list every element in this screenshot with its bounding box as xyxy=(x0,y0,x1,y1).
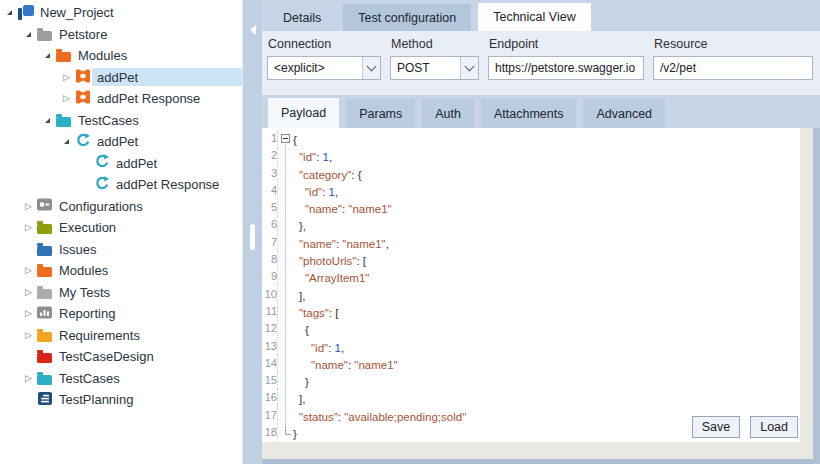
endpoint-input[interactable]: https://petstore.swagger.io xyxy=(488,56,644,80)
folder-tab xyxy=(56,114,62,117)
tree-item-new_project[interactable]: New_Project xyxy=(0,2,242,24)
panel-splitter[interactable] xyxy=(243,0,262,464)
payload-editor[interactable]: 1{2"id": 1,3"category": {4"id": 1,5"name… xyxy=(262,128,820,442)
tree-item-modules[interactable]: ▷Modules xyxy=(0,260,242,282)
module-icon xyxy=(75,69,91,86)
tree-item-addpet-response[interactable]: addPet Response xyxy=(0,174,242,196)
tree-item-testplanning[interactable]: TestPlanning xyxy=(0,389,242,411)
tree-item-execution[interactable]: ▷Execution xyxy=(0,217,242,239)
tab-attachments[interactable]: Attachments xyxy=(481,99,576,128)
collapse-arrow-icon[interactable] xyxy=(41,118,54,123)
tree-item-addpet[interactable]: addPet xyxy=(0,131,242,153)
splitter-handle[interactable] xyxy=(250,224,255,250)
tab-details[interactable]: Details xyxy=(268,4,336,31)
code-area[interactable]: 1{2"id": 1,3"category": {4"id": 1,5"name… xyxy=(262,128,820,441)
folder-icon xyxy=(56,117,71,127)
code-text: "id": 1, xyxy=(279,151,332,163)
detail-panel: DetailsTest configurationTechnical View … xyxy=(262,0,820,464)
method-select[interactable]: POST xyxy=(390,56,479,80)
collapse-arrow-icon[interactable] xyxy=(60,139,73,144)
code-line[interactable]: 2"id": 1, xyxy=(262,147,820,164)
code-line[interactable]: 11"tags": [ xyxy=(262,303,820,320)
code-line[interactable]: 3"category": { xyxy=(262,165,820,182)
code-line[interactable]: 15} xyxy=(262,372,820,389)
code-line[interactable]: 9"ArrayItem1" xyxy=(262,268,820,285)
tree-item-my-tests[interactable]: ▷My Tests xyxy=(0,282,242,304)
collapse-panel-icon[interactable] xyxy=(250,25,256,35)
code-text: "name": "name1", xyxy=(279,238,389,250)
line-number: 9 xyxy=(262,268,278,285)
testcase-icon xyxy=(75,133,90,151)
folder-tab xyxy=(37,243,43,246)
tree-item-configurations[interactable]: ▷Configurations xyxy=(0,196,242,218)
folder-icon xyxy=(56,52,71,62)
fold-guide-elbow xyxy=(285,427,291,435)
resource-input[interactable]: /v2/pet xyxy=(653,56,813,80)
line-number: 14 xyxy=(262,355,278,372)
tree-item-petstore[interactable]: Petstore xyxy=(0,24,242,46)
tree-item-requirements[interactable]: ▷Requirements xyxy=(0,325,242,347)
tree-item-testcases[interactable]: TestCases xyxy=(0,110,242,132)
code-line[interactable]: 8"photoUrls": [ xyxy=(262,251,820,268)
code-line[interactable]: 10], xyxy=(262,286,820,303)
save-button[interactable]: Save xyxy=(692,416,741,438)
expand-arrow-icon[interactable]: ▷ xyxy=(22,223,35,232)
tab-advanced[interactable]: Advanced xyxy=(583,99,665,128)
tree-item-modules[interactable]: Modules xyxy=(0,45,242,67)
tab-test-configuration[interactable]: Test configuration xyxy=(343,4,471,31)
code-text: { xyxy=(279,324,309,336)
code-text: "tags": [ xyxy=(279,307,339,319)
code-text: "photoUrls": [ xyxy=(279,255,366,267)
code-line[interactable]: 13"id": 1, xyxy=(262,338,820,355)
code-line[interactable]: 12{ xyxy=(262,320,820,337)
tree-item-testcasedesign[interactable]: TestCaseDesign xyxy=(0,346,242,368)
code-line[interactable]: 14"name": "name1" xyxy=(262,355,820,372)
code-line[interactable]: 1{ xyxy=(262,130,820,147)
line-number: 13 xyxy=(262,338,278,355)
collapse-arrow-icon[interactable] xyxy=(3,10,16,15)
tab-technical-view[interactable]: Technical View xyxy=(478,3,590,31)
code-line[interactable]: 7"name": "name1", xyxy=(262,234,820,251)
module-icon xyxy=(75,90,91,107)
tab-auth[interactable]: Auth xyxy=(422,99,474,128)
tree-item-reporting[interactable]: ▷Reporting xyxy=(0,303,242,325)
dropdown-arrow-icon[interactable] xyxy=(362,57,380,79)
editor-actions: Save Load xyxy=(692,416,798,438)
tab-params[interactable]: Params xyxy=(346,99,415,128)
tab-payload[interactable]: Payload xyxy=(268,98,339,128)
expand-arrow-icon[interactable]: ▷ xyxy=(22,331,35,340)
folder-icon xyxy=(37,289,52,299)
payload-tabstrip: PayloadParamsAuthAttachmentsAdvanced xyxy=(262,95,820,128)
tree-item-addpet[interactable]: ▷addPet xyxy=(0,67,242,89)
expand-arrow-icon[interactable]: ▷ xyxy=(60,73,73,82)
field-value: POST xyxy=(391,61,460,75)
expand-arrow-icon[interactable]: ▷ xyxy=(22,374,35,383)
tree-item-label: Execution xyxy=(54,219,121,237)
load-button[interactable]: Load xyxy=(750,416,798,438)
code-line[interactable]: 5"name": "name1" xyxy=(262,199,820,216)
tree-item-testcases[interactable]: ▷TestCases xyxy=(0,368,242,390)
tree-item-issues[interactable]: Issues xyxy=(0,239,242,261)
editor-scrollbar[interactable] xyxy=(800,128,813,442)
tree-item-addpet-response[interactable]: ▷addPet Response xyxy=(0,88,242,110)
code-line[interactable]: 4"id": 1, xyxy=(262,182,820,199)
connection-select[interactable]: <explicit> xyxy=(267,56,381,80)
dropdown-arrow-icon[interactable] xyxy=(460,57,478,79)
fold-toggle-icon[interactable] xyxy=(281,134,290,143)
tree-item-label: addPet Response xyxy=(111,176,224,194)
tree-item-label: addPet xyxy=(111,154,162,172)
expand-arrow-icon[interactable]: ▷ xyxy=(22,266,35,275)
tree-item-label: Modules xyxy=(73,47,132,65)
collapse-arrow-icon[interactable] xyxy=(22,32,35,37)
folder-icon xyxy=(37,246,52,256)
tree-item-addpet[interactable]: addPet xyxy=(0,153,242,175)
expand-arrow-icon[interactable]: ▷ xyxy=(60,94,73,103)
expand-arrow-icon[interactable]: ▷ xyxy=(22,202,35,211)
code-line[interactable]: 16], xyxy=(262,389,820,406)
code-line[interactable]: 6}, xyxy=(262,216,820,233)
expand-arrow-icon[interactable]: ▷ xyxy=(22,309,35,318)
field-value: <explicit> xyxy=(268,61,362,75)
expand-arrow-icon[interactable]: ▷ xyxy=(22,288,35,297)
tree-item-label: TestCaseDesign xyxy=(54,348,159,366)
collapse-arrow-icon[interactable] xyxy=(41,53,54,58)
